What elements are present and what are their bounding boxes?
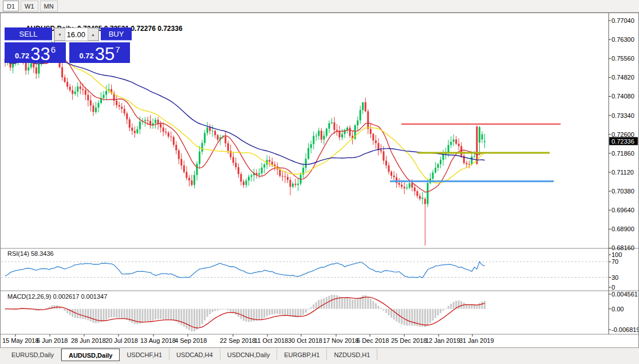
timeframe-toolbar: D1W1MN (0, 0, 639, 13)
rsi-line (5, 262, 485, 278)
svg-text:0.69640: 0.69640 (612, 207, 634, 213)
svg-text:0.77040: 0.77040 (612, 17, 634, 24)
chart-tab-usdchf-h1[interactable]: USDCHF,H1 (120, 349, 169, 360)
volume-decrease-icon[interactable]: ▼ (54, 28, 65, 41)
svg-text:31 Jan 2019: 31 Jan 2019 (459, 337, 494, 344)
svg-text:0.70380: 0.70380 (612, 188, 634, 195)
svg-text:0.74080: 0.74080 (612, 93, 634, 100)
ma-line-fast (5, 57, 485, 192)
svg-text:0.72600: 0.72600 (612, 131, 634, 138)
svg-text:0.74820: 0.74820 (612, 74, 634, 81)
sell-price-prefix: 0.72 (15, 52, 29, 60)
svg-text:15 May 2018: 15 May 2018 (2, 337, 39, 344)
ohlc-close: 0.72336 (157, 25, 182, 33)
rsi-label: RSI(14) 58.3436 (7, 250, 54, 257)
svg-text:13 Aug 2018: 13 Aug 2018 (140, 337, 176, 344)
price-axis[interactable]: 0.770400.763000.755600.748200.740800.733… (609, 17, 638, 251)
volume-value[interactable]: 16.00 (65, 28, 88, 41)
svg-text:70: 70 (612, 258, 618, 265)
svg-text:25 Dec 2018: 25 Dec 2018 (391, 337, 427, 344)
svg-text:0.68900: 0.68900 (612, 225, 634, 232)
buy-price-pip: 7 (115, 45, 120, 54)
chart-tab-usdcad-h4[interactable]: USDCAD,H4 (169, 349, 220, 360)
svg-text:17 Nov 2018: 17 Nov 2018 (323, 337, 358, 344)
svg-text:100: 100 (612, 251, 622, 258)
sell-price-main: 33 (30, 46, 50, 63)
svg-text:0.71120: 0.71120 (612, 169, 634, 176)
chart-tab-audusd-daily[interactable]: AUDUSD,Daily (61, 349, 120, 361)
svg-text:11 Oct 2018: 11 Oct 2018 (254, 337, 288, 344)
svg-text:12 Jan 2019: 12 Jan 2019 (425, 337, 460, 344)
mt4-terminal: D1W1MN ▲AUDUSD,Daily 0.72485 0.72531 0.7… (0, 0, 639, 364)
svg-text:0.72336: 0.72336 (612, 138, 634, 145)
svg-text:22 Sep 2018: 22 Sep 2018 (220, 337, 255, 344)
chart-tab-bar: EURUSD,DailyAUDUSD,DailyUSDCHF,H1USDCAD,… (0, 347, 639, 364)
sell-price-pip: 6 (51, 45, 56, 54)
timeframe-button-d1[interactable]: D1 (3, 1, 19, 11)
svg-text:0: 0 (612, 284, 615, 291)
ma-line-slow (5, 60, 485, 164)
svg-text:0.76300: 0.76300 (612, 36, 634, 43)
buy-price-display[interactable]: 0.72357 (69, 42, 130, 63)
svg-text:0.004561: 0.004561 (612, 291, 638, 298)
svg-text:0.00: 0.00 (612, 306, 624, 312)
chart-tab-eurusd-daily[interactable]: EURUSD,Daily (5, 349, 61, 360)
timeframe-button-mn[interactable]: MN (40, 1, 58, 11)
volume-stepper: ▼ 16.00 ▲ (54, 27, 99, 41)
sell-price-display[interactable]: 0.72336 (5, 42, 66, 63)
time-axis[interactable]: 15 May 20186 Jun 201828 Jun 201820 Jul 2… (2, 334, 494, 344)
chart-tab-usdcnh-daily[interactable]: USDCNH,Daily (220, 349, 278, 360)
chart-tab-eurgbp-h1[interactable]: EURGBP,H1 (277, 349, 327, 360)
ma-line-mid (5, 60, 485, 183)
svg-text:4 Sep 2018: 4 Sep 2018 (175, 337, 207, 344)
buy-price-main: 35 (95, 46, 115, 63)
svg-text:0.68160: 0.68160 (612, 244, 634, 251)
timeframe-button-w1[interactable]: W1 (21, 1, 38, 11)
sell-button[interactable]: SELL (5, 27, 52, 41)
svg-text:6 Jun 2018: 6 Jun 2018 (37, 337, 68, 344)
chart-window: ▲AUDUSD,Daily 0.72485 0.72531 0.72276 0.… (0, 13, 639, 349)
svg-text:0.73340: 0.73340 (612, 112, 634, 119)
svg-text:0.75560: 0.75560 (612, 55, 634, 62)
svg-text:30: 30 (612, 274, 618, 281)
volume-increase-icon[interactable]: ▲ (88, 28, 98, 41)
svg-text:-0.006819: -0.006819 (612, 326, 638, 333)
svg-text:0.71860: 0.71860 (612, 150, 634, 157)
buy-price-prefix: 0.72 (79, 52, 93, 60)
buy-button[interactable]: BUY (101, 27, 132, 41)
chart-tab-nzdusd-h1[interactable]: NZDUSD,H1 (327, 349, 377, 360)
svg-text:20 Jul 2018: 20 Jul 2018 (105, 337, 138, 344)
svg-text:6 Dec 2018: 6 Dec 2018 (357, 337, 389, 344)
svg-text:28 Jun 2018: 28 Jun 2018 (71, 337, 106, 344)
one-click-trading-panel: SELL ▼ 16.00 ▲ BUY 0.72336 0.72357 (5, 27, 132, 63)
macd-label: MACD(12,26,9) 0.002617 0.001347 (7, 293, 107, 300)
ohlc-low: 0.72276 (131, 25, 155, 33)
svg-text:30 Oct 2018: 30 Oct 2018 (288, 337, 322, 344)
